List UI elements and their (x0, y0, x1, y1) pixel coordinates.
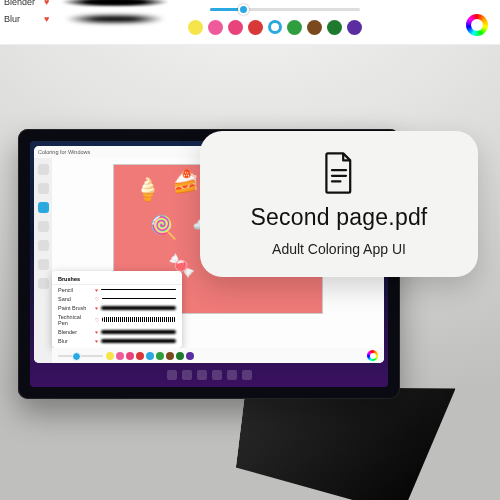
heart-icon[interactable]: ♥ (95, 287, 98, 293)
color-swatch[interactable] (166, 352, 174, 360)
brush-name: Blender (58, 329, 92, 335)
brush-label: Blur (4, 14, 38, 24)
brush-option[interactable]: Paint Brush♥ (52, 303, 182, 312)
tool-hand[interactable] (38, 183, 49, 194)
color-swatch[interactable] (146, 352, 154, 360)
tool-eyedropper[interactable] (38, 259, 49, 270)
mini-size-slider[interactable] (58, 355, 103, 357)
color-swatch[interactable] (208, 20, 223, 35)
color-swatch[interactable] (188, 20, 203, 35)
mini-color-wheel-icon[interactable] (367, 350, 378, 361)
brush-name: Sand (58, 296, 92, 302)
brush-preview (102, 298, 176, 300)
color-wheel-icon[interactable] (466, 14, 488, 36)
brush-option[interactable]: Technical Pen♡ (52, 312, 182, 327)
tool-brush[interactable] (38, 202, 49, 213)
taskbar-icon[interactable] (212, 370, 222, 380)
brush-preview (101, 339, 176, 343)
slider-track (210, 8, 360, 11)
brush-preview (55, 0, 175, 6)
brush-row-blur[interactable]: Blur ♥ (0, 10, 185, 27)
product-stage: Coloring for Windows (0, 45, 500, 500)
brush-popup-header: Brushes (52, 274, 182, 285)
taskbar-icon[interactable] (242, 370, 252, 380)
app-bottom-bar (52, 348, 384, 363)
brush-preview (101, 306, 176, 310)
file-card[interactable]: Second page.pdf Adult Coloring App UI (200, 131, 478, 277)
brush-size-slider[interactable] (210, 4, 360, 14)
color-swatch[interactable] (136, 352, 144, 360)
color-swatch[interactable] (268, 20, 282, 34)
left-toolbar (34, 158, 52, 363)
color-swatch[interactable] (176, 352, 184, 360)
brush-name: Technical Pen (58, 314, 92, 326)
tool-text[interactable] (38, 278, 49, 289)
document-icon (322, 152, 356, 194)
heart-icon[interactable]: ♥ (95, 329, 98, 335)
brush-preview (101, 330, 176, 334)
heart-icon[interactable]: ♥ (44, 14, 49, 24)
color-swatch[interactable] (248, 20, 263, 35)
brush-row-blender[interactable]: Blender ♥ (0, 0, 185, 10)
color-swatch[interactable] (126, 352, 134, 360)
brush-toolbar-strip: Blender ♥ Blur ♥ (0, 0, 500, 45)
taskbar-icon[interactable] (197, 370, 207, 380)
color-swatch[interactable] (307, 20, 322, 35)
brush-option[interactable]: Sand♡ (52, 294, 182, 303)
brush-option[interactable]: Blender♥ (52, 327, 182, 336)
heart-icon[interactable]: ♥ (95, 305, 98, 311)
color-swatch[interactable] (347, 20, 362, 35)
windows-taskbar[interactable] (34, 367, 384, 383)
brush-picker-popup: Brushes Pencil♥Sand♡Paint Brush♥Technica… (52, 271, 182, 348)
brush-option[interactable]: Blur♥ (52, 336, 182, 345)
brush-name: Blur (58, 338, 92, 344)
heart-icon[interactable]: ♡ (95, 296, 99, 302)
app-title: Coloring for Windows (38, 149, 90, 155)
color-palette (188, 20, 362, 35)
tool-eraser[interactable] (38, 240, 49, 251)
taskbar-icon[interactable] (167, 370, 177, 380)
taskbar-icon[interactable] (182, 370, 192, 380)
brush-label: Blender (4, 0, 38, 7)
mini-color-palette (106, 352, 194, 360)
tablet-kickstand (230, 383, 456, 500)
brush-name: Paint Brush (58, 305, 92, 311)
color-swatch[interactable] (106, 352, 114, 360)
brush-name: Pencil (58, 287, 92, 293)
taskbar-icon[interactable] (227, 370, 237, 380)
heart-icon[interactable]: ♥ (95, 338, 98, 344)
brush-preview (102, 317, 176, 322)
color-swatch[interactable] (156, 352, 164, 360)
heart-icon[interactable]: ♡ (95, 317, 99, 323)
color-swatch[interactable] (327, 20, 342, 35)
file-subtitle: Adult Coloring App UI (272, 241, 406, 257)
brush-option[interactable]: Pencil♥ (52, 285, 182, 294)
tool-cursor[interactable] (38, 164, 49, 175)
brush-preview (101, 289, 176, 291)
color-swatch[interactable] (116, 352, 124, 360)
file-name: Second page.pdf (251, 204, 428, 231)
heart-icon[interactable]: ♥ (44, 0, 49, 7)
brush-list-partial: Blender ♥ Blur ♥ (0, 0, 185, 27)
color-swatch[interactable] (186, 352, 194, 360)
color-swatch[interactable] (228, 20, 243, 35)
brush-preview (55, 15, 175, 23)
slider-thumb[interactable] (238, 4, 249, 15)
tool-fill[interactable] (38, 221, 49, 232)
color-swatch[interactable] (287, 20, 302, 35)
